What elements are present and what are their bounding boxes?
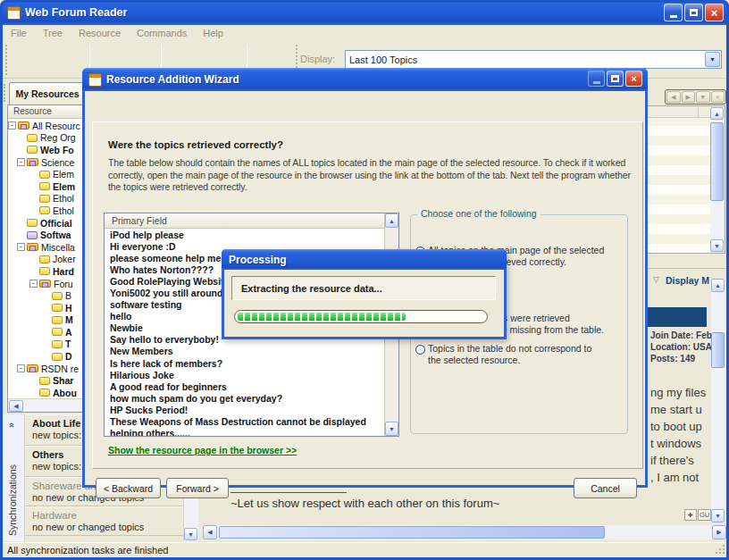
wizard-icon [88, 73, 102, 87]
display-mode-label[interactable]: Display Mode [666, 275, 709, 286]
wizard-description: The table below should contain the names… [108, 157, 637, 194]
bubble-icon [39, 389, 50, 397]
forward-button[interactable]: Forward > [166, 478, 229, 498]
radio-not-correspond-label[interactable]: Topics in the table do not correspond to… [428, 343, 633, 366]
maximize-button[interactable] [684, 4, 703, 21]
chevron-right-icon[interactable]: ▶ [682, 91, 696, 103]
sync-entry[interactable]: Hardwareno new or changed topics [25, 506, 198, 536]
collapse-chevron-icon[interactable]: » [5, 422, 16, 428]
show-resource-page-link[interactable]: Show the resource page in the browser >> [108, 445, 297, 456]
scrollbar-thumb[interactable] [710, 122, 724, 201]
bubble-icon [39, 377, 50, 385]
processing-dialog: Processing Extracting the resource data.… [222, 249, 507, 339]
menu-item-resource[interactable]: Resource [71, 26, 129, 40]
user-posts: Posts: 149 [650, 354, 695, 364]
table-scrollbar[interactable]: ▲ ▼ [710, 106, 725, 253]
title-bar: Web Forum Reader × [0, 0, 729, 25]
scroll-up-icon[interactable]: ▲ [711, 279, 725, 292]
tree-expand-icon[interactable]: - [17, 158, 25, 166]
signature-divider [230, 492, 347, 493]
display-mode-caret-icon[interactable]: ▽ [653, 275, 659, 284]
post-text-fragment: if there's [650, 454, 694, 467]
radio-not-correspond[interactable] [415, 345, 425, 355]
display-combobox-value: Last 100 Topics [349, 54, 417, 65]
minimize-button[interactable] [664, 4, 683, 21]
scroll-down-icon[interactable]: ▼ [710, 239, 724, 252]
minimize-button[interactable] [588, 71, 605, 87]
tree-expand-icon[interactable]: - [29, 280, 38, 288]
close-tab-icon[interactable]: × [711, 91, 725, 103]
language-button[interactable]: GU [698, 509, 711, 521]
bubble-icon [39, 255, 50, 263]
display-combobox[interactable]: Last 100 Topics ▼ [345, 50, 722, 69]
topic-row[interactable]: iPod help please [105, 230, 384, 241]
topic-row[interactable]: New Members [105, 346, 384, 357]
tree-expand-icon[interactable]: - [17, 243, 25, 251]
topic-row[interactable]: how much spam do you get everyday? [105, 393, 384, 405]
bubble-icon [39, 195, 50, 203]
tree-expand-icon[interactable]: - [17, 364, 25, 372]
maximize-button[interactable] [607, 71, 624, 87]
tree-expand-icon[interactable]: - [8, 121, 16, 130]
topic-row[interactable]: Hilarious Joke [105, 370, 384, 381]
bubble-icon [52, 292, 63, 300]
status-bar: All synchronization tasks are finished [0, 542, 729, 557]
scroll-up-icon[interactable]: ▲ [385, 213, 398, 228]
toolbar-grip[interactable] [5, 45, 8, 75]
close-button[interactable]: × [625, 71, 642, 87]
wizard-title-bar: Resource Addition Wizard × [82, 68, 648, 91]
post-text-fragment: , I am not [650, 471, 699, 484]
panel-grip[interactable] [4, 84, 6, 102]
menu-item-tree[interactable]: Tree [35, 26, 71, 40]
processing-title-bar: Processing [222, 249, 507, 270]
post-pane-scrollbar[interactable]: ▲ ▼ [711, 279, 725, 522]
scroll-left-icon[interactable]: ◀ [9, 400, 23, 412]
post-text-fragment: t windows [650, 437, 701, 450]
bubble-icon [27, 134, 38, 142]
scrollbar-thumb[interactable] [711, 332, 725, 368]
synchronizations-strip[interactable]: » Synchronizations [3, 414, 25, 541]
resize-grip[interactable] [715, 544, 725, 555]
topic-row[interactable]: HP Sucks Period! [105, 405, 384, 416]
scroll-left-icon[interactable]: ◀ [203, 525, 217, 539]
menu-item-file[interactable]: File [3, 26, 35, 40]
bubble-icon [39, 206, 50, 214]
scroll-down-icon[interactable]: ▼ [385, 422, 398, 436]
topic-row[interactable]: These Weapons of Mass Destruction cannot… [105, 416, 384, 428]
bubble-purple-icon [27, 231, 38, 239]
topic-row[interactable]: helping others...... [105, 428, 384, 436]
scrollbar-thumb[interactable] [219, 526, 605, 539]
combobox-dropdown-icon[interactable]: ▼ [705, 52, 720, 67]
menu-item-help[interactable]: Help [195, 26, 231, 40]
close-button[interactable]: × [705, 4, 724, 21]
topic-row[interactable]: A good read for beginners [105, 381, 384, 393]
post-text-fragment: me start u [650, 403, 702, 416]
cancel-button[interactable]: Cancel [574, 478, 637, 498]
chevron-left-icon[interactable]: ◀ [666, 91, 681, 103]
synchronizations-vertical-tab[interactable]: Synchronizations [7, 447, 18, 536]
wizard-title: Resource Addition Wizard [106, 73, 239, 86]
main-horizontal-scrollbar[interactable]: ◀ ▶ [203, 525, 726, 539]
scroll-right-icon[interactable]: ▶ [712, 525, 726, 539]
user-join-date: Join Date: Feb 2 [650, 330, 719, 340]
tab-my-resources[interactable]: My Resources [9, 82, 86, 104]
bubble-icon [52, 353, 63, 361]
bubble-icon [27, 219, 38, 227]
move-icon[interactable]: ✚ [684, 509, 697, 521]
scroll-up-icon[interactable]: ▲ [710, 107, 724, 120]
scroll-down-icon[interactable]: ▼ [184, 528, 197, 540]
menu-item-commands[interactable]: Commands [129, 26, 195, 40]
window-title: Web Forum Reader [25, 6, 127, 19]
bubble-icon [27, 146, 38, 154]
chevron-down-icon[interactable]: ▼ [696, 91, 710, 103]
topic-row[interactable]: Is here lack of members? [105, 358, 384, 370]
post-text-fragment: ng my files [650, 386, 706, 399]
bubble-icon [39, 171, 50, 179]
list-column-header[interactable]: Primary Field [105, 213, 398, 229]
scroll-down-icon[interactable]: ▼ [711, 509, 725, 522]
choose-groupbox-label: Choose one of the following [417, 208, 540, 219]
app-window: Web Forum Reader × FileTreeResourceComma… [0, 0, 729, 560]
progress-bar [234, 310, 488, 323]
processing-title: Processing [229, 254, 287, 266]
backward-button[interactable]: < Backward [96, 478, 161, 498]
